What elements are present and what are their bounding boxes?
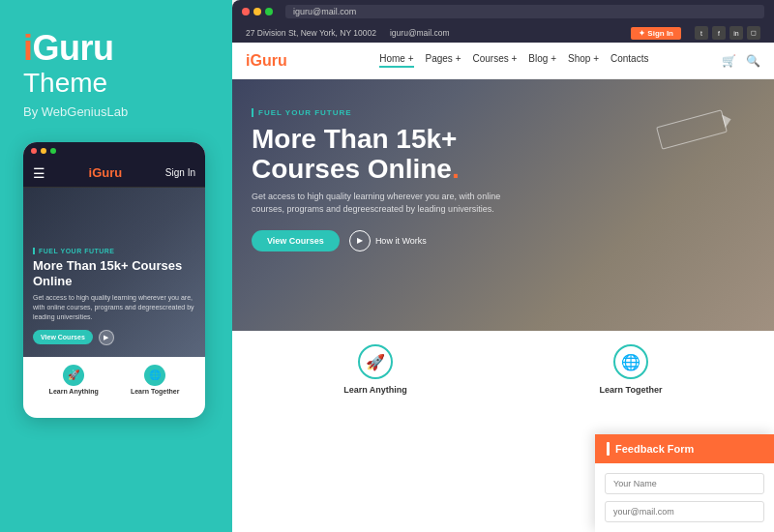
desktop-site-nav: iGuru Home + Pages + Courses + Blog + Sh…: [232, 43, 774, 79]
how-it-works-label: How it Works: [375, 236, 427, 246]
feedback-form-header: Feedback Form: [595, 434, 774, 463]
by-line: By WebGeniusLab: [23, 104, 209, 119]
desktop-nav-links: Home + Pages + Courses + Blog + Shop + C…: [307, 53, 722, 68]
mobile-mockup: ☰ iGuru Sign In FUEL YOUR FUTURE More Th…: [23, 142, 205, 418]
mobile-hero: FUEL YOUR FUTURE More Than 15k+ Courses …: [23, 188, 205, 357]
mobile-fuel-label: FUEL YOUR FUTURE: [33, 248, 195, 254]
desktop-logo: iGuru: [246, 52, 287, 70]
mobile-window-controls: [23, 142, 205, 160]
desktop-nav-icons: 🛒 🔍: [722, 54, 760, 68]
globe-icon: 🌐: [613, 344, 648, 379]
desktop-hero: FUEL YOUR FUTURE More Than 15k+ Courses …: [232, 79, 774, 331]
other-social-icon[interactable]: ◻: [747, 26, 760, 40]
view-courses-button[interactable]: View Courses: [252, 230, 340, 251]
feature-learn-anything: 🚀 Learn Anything: [248, 344, 503, 518]
mobile-play-button[interactable]: ▶: [99, 330, 114, 345]
hero-title: More Than 15k+ Courses Online.: [252, 125, 755, 185]
feedback-form-title: Feedback Form: [615, 443, 694, 455]
hero-buttons: View Courses ▶ How it Works: [252, 230, 755, 251]
mobile-logo: iGuru: [89, 165, 123, 180]
mobile-rocket-icon: 🚀: [63, 365, 84, 386]
hero-description: Get access to high quality learning wher…: [252, 191, 503, 217]
social-icons: t f in ◻: [695, 26, 760, 40]
nav-home[interactable]: Home +: [379, 53, 413, 68]
right-panel: iguru@mail.com 27 Division St, New York,…: [232, 0, 774, 532]
feedback-form-body: [595, 463, 774, 532]
mobile-globe-icon: 🌐: [144, 365, 165, 386]
mobile-footer: 🚀 Learn Anything 🌐 Learn Together: [23, 357, 205, 402]
hero-title-line1: More Than 15k+: [252, 124, 457, 154]
mobile-feature-1-label: Learn Anything: [49, 388, 99, 395]
rocket-icon: 🚀: [358, 344, 393, 379]
mobile-view-courses-button[interactable]: View Courses: [33, 330, 93, 344]
mobile-hero-desc: Get access to high quality learning wher…: [33, 293, 195, 321]
mobile-feature-2: 🌐 Learn Together: [131, 365, 179, 395]
address-text: 27 Division St, New York, NY 10002: [246, 28, 376, 38]
mobile-dot-green: [50, 148, 56, 154]
cart-icon[interactable]: 🛒: [722, 54, 736, 68]
mobile-hero-buttons: View Courses ▶: [33, 330, 195, 345]
mobile-signin[interactable]: Sign In: [165, 167, 195, 178]
feature-2-label: Learn Together: [600, 385, 663, 395]
linkedin-icon[interactable]: in: [729, 26, 743, 40]
mobile-feature-2-label: Learn Together: [131, 388, 179, 395]
twitter-icon[interactable]: t: [695, 26, 708, 40]
hero-title-line2: Courses Online: [252, 154, 452, 184]
brand-name: iGuru: [23, 29, 209, 68]
how-it-works-button[interactable]: ▶ How it Works: [349, 230, 427, 251]
email-text: iguru@mail.com: [390, 28, 450, 38]
brand-theme: Theme: [23, 68, 209, 99]
nav-contacts[interactable]: Contacts: [610, 53, 648, 68]
left-panel: iGuru Theme By WebGeniusLab ☰ iGuru Sign…: [0, 0, 232, 532]
desktop-dot-green: [265, 8, 273, 15]
desktop-window-bar: iguru@mail.com: [232, 0, 774, 23]
play-icon: ▶: [349, 230, 371, 251]
desktop-dot-red: [242, 8, 250, 15]
feedback-name-input[interactable]: [605, 473, 764, 494]
mobile-dot-yellow: [41, 148, 46, 154]
signin-button[interactable]: ✦ Sign In: [631, 27, 681, 40]
nav-pages[interactable]: Pages +: [426, 53, 461, 68]
hamburger-icon[interactable]: ☰: [33, 165, 45, 181]
facebook-icon[interactable]: f: [712, 26, 726, 40]
feature-1-label: Learn Anything: [343, 385, 407, 395]
hero-dot: .: [452, 154, 460, 184]
feedback-form-overlay: Feedback Form: [595, 434, 774, 532]
brand-guru: Guru: [33, 28, 114, 68]
search-icon[interactable]: 🔍: [746, 54, 760, 68]
desktop-dot-yellow: [253, 8, 261, 15]
desktop-window-controls: [242, 8, 273, 15]
mobile-dot-red: [31, 148, 37, 154]
mobile-feature-1: 🚀 Learn Anything: [49, 365, 99, 395]
nav-shop[interactable]: Shop +: [568, 53, 599, 68]
brand-i: i: [23, 28, 33, 68]
nav-courses[interactable]: Courses +: [473, 53, 518, 68]
mobile-hero-title: More Than 15k+ Courses Online: [33, 258, 195, 288]
hero-content: FUEL YOUR FUTURE More Than 15k+ Courses …: [232, 79, 774, 271]
mobile-nav: ☰ iGuru Sign In: [23, 160, 205, 188]
feedback-email-input[interactable]: [605, 501, 764, 522]
hero-fuel-label: FUEL YOUR FUTURE: [252, 108, 755, 117]
feedback-header-bar: [607, 442, 610, 456]
desktop-info-bar: 27 Division St, New York, NY 10002 iguru…: [232, 23, 774, 43]
nav-blog[interactable]: Blog +: [528, 53, 556, 68]
address-bar[interactable]: iguru@mail.com: [285, 5, 764, 18]
